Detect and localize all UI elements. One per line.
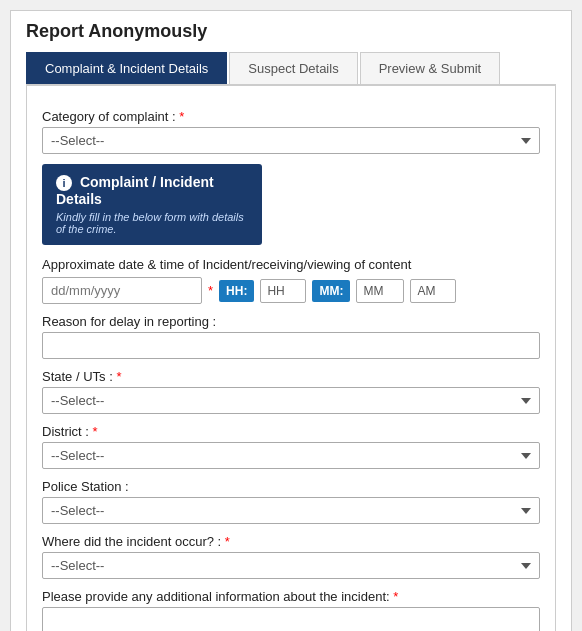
category-required: * [179, 109, 184, 124]
datetime-group: Approximate date & time of Incident/rece… [42, 257, 540, 304]
state-label: State / UTs : * [42, 369, 540, 384]
state-select[interactable]: --Select-- [42, 387, 540, 414]
info-icon: i [56, 175, 72, 191]
police-select[interactable]: --Select-- [42, 497, 540, 524]
ampm-select[interactable]: AM PM [410, 279, 456, 303]
datetime-label: Approximate date & time of Incident/rece… [42, 257, 540, 272]
incident-required: * [225, 534, 230, 549]
mm-label: MM: [312, 280, 350, 302]
additional-label: Please provide any additional informatio… [42, 589, 540, 604]
district-select[interactable]: --Select-- [42, 442, 540, 469]
district-group: District : * --Select-- [42, 424, 540, 469]
page-title: Report Anonymously [26, 21, 556, 42]
delay-group: Reason for delay in reporting : [42, 314, 540, 359]
category-label: Category of complaint : * [42, 109, 540, 124]
tab-preview[interactable]: Preview & Submit [360, 52, 501, 84]
info-box: i Complaint / Incident Details Kindly fi… [42, 164, 262, 245]
incident-group: Where did the incident occur? : * --Sele… [42, 534, 540, 579]
datetime-row: * HH: HH 010203 040506 070809 101112 MM:… [42, 277, 540, 304]
additional-textarea[interactable] [42, 607, 540, 631]
hour-select[interactable]: HH 010203 040506 070809 101112 [260, 279, 306, 303]
delay-input[interactable] [42, 332, 540, 359]
incident-select[interactable]: --Select-- [42, 552, 540, 579]
state-required: * [116, 369, 121, 384]
state-group: State / UTs : * --Select-- [42, 369, 540, 414]
form-panel: Category of complaint : * --Select-- i C… [26, 86, 556, 631]
date-input[interactable] [42, 277, 202, 304]
district-label: District : * [42, 424, 540, 439]
category-select[interactable]: --Select-- [42, 127, 540, 154]
category-group: Category of complaint : * --Select-- [42, 109, 540, 154]
tabs-bar: Complaint & Incident Details Suspect Det… [26, 52, 556, 86]
incident-label: Where did the incident occur? : * [42, 534, 540, 549]
tab-suspect[interactable]: Suspect Details [229, 52, 357, 84]
additional-group: Please provide any additional informatio… [42, 589, 540, 631]
delay-label: Reason for delay in reporting : [42, 314, 540, 329]
date-required: * [208, 283, 213, 298]
minute-select[interactable]: MM 00153045 [356, 279, 404, 303]
police-group: Police Station : --Select-- [42, 479, 540, 524]
info-box-text: Kindly fill in the below form with detai… [56, 211, 248, 235]
page-container: Report Anonymously Complaint & Incident … [10, 10, 572, 631]
police-label: Police Station : [42, 479, 540, 494]
hh-label: HH: [219, 280, 254, 302]
tab-complaint[interactable]: Complaint & Incident Details [26, 52, 227, 84]
additional-required: * [393, 589, 398, 604]
info-box-title: i Complaint / Incident Details [56, 174, 248, 207]
district-required: * [93, 424, 98, 439]
